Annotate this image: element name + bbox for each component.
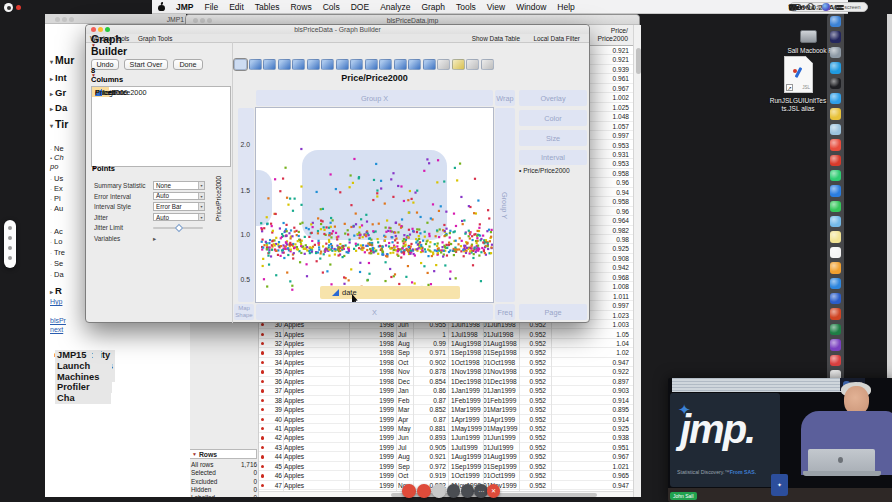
dock-textedit-icon[interactable] (830, 247, 841, 258)
dock-system-settings-icon[interactable] (830, 47, 841, 58)
ratio-column-header-line1[interactable]: Price/ (611, 27, 628, 34)
dock-powerpoint-icon[interactable] (830, 308, 841, 319)
drop-zone-group-x[interactable]: Group X (256, 90, 493, 106)
stepper-icon[interactable]: ▾ (198, 214, 204, 221)
tool-caption-box-icon[interactable] (437, 59, 450, 70)
summary-statistic-select[interactable]: None▾ (153, 181, 205, 190)
rows-panel-header[interactable]: ▼ Rows (189, 449, 257, 459)
jmp-home-window-titlebar[interactable]: JMP1 (45, 14, 186, 24)
row-state-icon[interactable] (261, 484, 264, 487)
table-row[interactable]: 35Apples1998Nov0.8781Nov199801Nov19980.9… (259, 367, 633, 376)
menu-tables[interactable]: Tables (255, 2, 280, 12)
drop-zone-overlay[interactable]: Overlay (519, 90, 587, 106)
outline-next[interactable]: next (50, 326, 63, 333)
outline-ne[interactable]: ·Ne (50, 144, 64, 153)
outline-ch[interactable]: •Ch (50, 153, 64, 162)
dock-jmp-app-icon[interactable] (830, 155, 841, 166)
row-state-icon[interactable] (261, 408, 264, 411)
tool-smoother-icon[interactable] (249, 59, 262, 70)
graph-builder-titlebar[interactable]: blsPriceData - Graph Builder (86, 25, 589, 34)
outline-da[interactable]: ·Da (50, 270, 64, 279)
stepper-icon[interactable]: ▾ (198, 193, 204, 200)
tool-histogram-icon[interactable] (365, 59, 378, 70)
menu-view[interactable]: View (487, 2, 505, 12)
outline-gr[interactable]: ▸Gr (50, 87, 66, 98)
dock-meetings-icon[interactable] (830, 185, 841, 196)
outline-lo[interactable]: ·Lo (50, 237, 62, 246)
table-row[interactable]: 33Apples1998Sep0.9711Sep199801Sep19980.9… (259, 348, 633, 357)
dock-do-not-disturb-icon[interactable] (830, 355, 841, 366)
outline-hyp[interactable]: Hyp (50, 298, 62, 305)
dragged-variable-pill[interactable]: date (320, 286, 460, 299)
dock-notes-icon[interactable] (830, 231, 841, 242)
row-state-icon[interactable] (261, 465, 264, 468)
zoom-icon[interactable] (69, 17, 74, 22)
tool-pie-icon[interactable] (394, 59, 407, 70)
menu-help[interactable]: Help (557, 2, 574, 12)
table-row[interactable]: 42Apples1999Jun0.8931Jun199901Jun19990.9… (259, 433, 633, 442)
tool-parallel-plot-icon[interactable] (481, 59, 494, 70)
menu-doe[interactable]: DOE (351, 2, 369, 12)
scrollbar-thumb[interactable] (636, 48, 641, 74)
share-button[interactable] (432, 484, 446, 498)
drop-zone-y-axis[interactable] (238, 108, 254, 302)
outline-ex[interactable]: ·Ex (50, 184, 63, 193)
row-state-icon[interactable] (261, 427, 264, 430)
dock-mail-icon[interactable] (830, 216, 841, 227)
table-row[interactable]: 39Apples1999Mar0.8521Mar199901Mar19990.9… (259, 405, 633, 414)
menu-graph-tools[interactable]: Graph Tools (138, 35, 172, 42)
stepper-icon[interactable]: ▾ (198, 203, 204, 210)
dock-excel-icon[interactable] (830, 324, 841, 335)
drop-zone-wrap[interactable]: Wrap (495, 90, 515, 106)
dock-word-icon[interactable] (830, 293, 841, 304)
stepper-icon[interactable]: ▾ (198, 182, 204, 189)
interval-style-select[interactable]: Error Bar▾ (153, 202, 205, 211)
table-row[interactable]: 38Apples1999Feb0.871Feb199901Feb19990.95… (259, 396, 633, 405)
table-row[interactable]: 45Apples1999Sep0.9721Sep199901Sep19990.9… (259, 462, 633, 471)
drop-zone-color[interactable]: Color (519, 110, 587, 126)
webex-window-control-icon[interactable] (4, 3, 13, 12)
drop-zone-map-shape[interactable]: Map Shape (234, 304, 254, 320)
siri-icon[interactable] (822, 3, 830, 11)
drop-zone-x[interactable]: X (256, 304, 493, 320)
tool-points-icon[interactable] (234, 59, 247, 70)
row-state-icon[interactable] (261, 323, 264, 326)
jitter-select[interactable]: Auto▾ (153, 213, 205, 222)
table-row[interactable]: 44Apples1999Aug0.9211Aug199901Aug19990.9… (259, 452, 633, 461)
outline-pi[interactable]: ·Pi (50, 194, 61, 203)
ratio-column-header-line2[interactable]: Price2000 (597, 35, 628, 42)
menu-cols[interactable]: Cols (323, 2, 340, 12)
control-center-icon[interactable] (836, 4, 844, 11)
outline-int[interactable]: ▸Int (50, 72, 67, 83)
outline-mur[interactable]: ▾Mur (50, 54, 74, 66)
outline-us[interactable]: ·Us (50, 174, 63, 183)
dock-pages-icon[interactable] (830, 262, 841, 273)
row-state-icon[interactable] (261, 455, 264, 458)
slider-thumb[interactable] (175, 224, 183, 232)
tool-contour-icon[interactable] (292, 59, 305, 70)
tool-map-shapes-icon[interactable] (466, 59, 479, 70)
tool-box-plot-icon[interactable] (350, 59, 363, 70)
row-state-icon[interactable] (261, 342, 264, 345)
dock-onenote-icon[interactable] (830, 339, 841, 350)
tool-treemap-icon[interactable] (408, 59, 421, 70)
outline-ac[interactable]: ·Ac (50, 227, 63, 236)
dock-chrome-icon[interactable] (830, 108, 841, 119)
table-row[interactable]: 34Apples1998Oct0.9021Oct199801Oct19980.9… (259, 358, 633, 367)
error-interval-select[interactable]: Auto▾ (153, 192, 205, 201)
start-over-button[interactable]: Start Over (124, 59, 168, 70)
menu-file[interactable]: File (204, 2, 218, 12)
drop-zone-page[interactable]: Page (519, 304, 587, 320)
menu-graph[interactable]: Graph (421, 2, 445, 12)
minimize-icon[interactable] (62, 17, 67, 22)
apple-menu-icon[interactable] (158, 3, 165, 11)
menu-rows[interactable]: Rows (290, 2, 311, 12)
menu-analyze[interactable]: Analyze (380, 2, 410, 12)
legend-item[interactable]: • Price/Price2000 (519, 167, 591, 174)
spotlight-icon[interactable] (807, 3, 815, 12)
outline-po[interactable]: po (50, 162, 58, 171)
row-state-icon[interactable] (261, 361, 264, 364)
dock-safari-icon[interactable] (830, 93, 841, 104)
done-button[interactable]: Done (173, 59, 203, 70)
outline-tir[interactable]: ▾Tir (50, 118, 68, 130)
